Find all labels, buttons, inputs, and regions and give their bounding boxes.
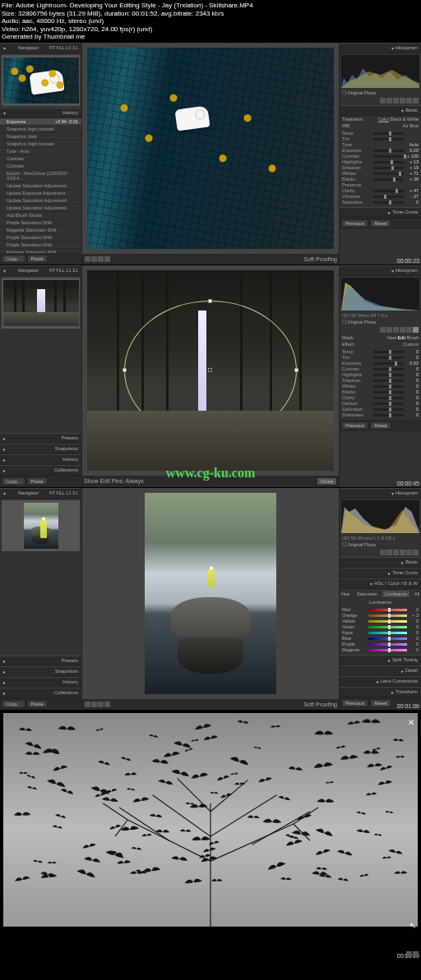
slider-whites[interactable]: Whites0 (342, 384, 419, 389)
copy-button[interactable]: Copy... (2, 255, 25, 263)
basic-panel-header[interactable]: Basic (340, 105, 421, 116)
tone-curve-panel-header[interactable]: Tone Curve (340, 568, 421, 578)
hsl-purple[interactable]: Purple0 (342, 642, 419, 647)
history-row[interactable]: Contrast (0, 163, 81, 170)
mask-edit[interactable]: Edit (398, 335, 405, 340)
mask-brush[interactable]: Brush (407, 335, 419, 340)
history-row[interactable]: Tone - Auto (0, 148, 81, 155)
history-row[interactable]: Add Brush Stroke (0, 212, 81, 219)
histogram[interactable] (341, 278, 419, 311)
history-row-selected[interactable]: Exposure +0.94 -0.01 (0, 118, 81, 126)
original-photo-toggle[interactable]: ☐ Original Photo (340, 541, 421, 548)
split-toning-panel-header[interactable]: Split Toning (340, 655, 421, 665)
histogram-panel-header[interactable]: Histogram (340, 265, 421, 276)
previous-button[interactable]: Previous (341, 421, 368, 430)
hsl-aqua[interactable]: Aqua0 (342, 630, 419, 636)
history-panel-header[interactable]: History (0, 454, 81, 465)
transform-panel-header[interactable]: Transform (340, 687, 421, 697)
history-row[interactable]: Update Exposure Adjustment (0, 190, 81, 197)
slider-whites[interactable]: Whites+ 71 (342, 171, 419, 177)
snapshots-panel-header[interactable]: Snapshots (0, 444, 81, 454)
slider-shadows[interactable]: Shadows+ 19 (342, 165, 419, 171)
hsl-tab-lum[interactable]: Luminance (382, 591, 409, 597)
fullscreen-image[interactable] (3, 713, 418, 927)
presets-panel-header[interactable]: Presets (0, 656, 81, 666)
main-image[interactable] (87, 493, 334, 694)
navigator-zoom-modes[interactable]: FIT FILL 1:1 3:1 (49, 45, 78, 51)
history-row[interactable]: Snapshot: high contrast (0, 140, 81, 148)
basic-panel-header[interactable]: Basic (340, 557, 421, 568)
collections-panel-header[interactable]: Collections (0, 465, 81, 476)
slider-presence[interactable]: Presence (342, 182, 419, 188)
history-row[interactable]: Snapshot: high contrast (0, 126, 81, 133)
slider-sharpness[interactable]: Sharpness0 (342, 412, 419, 418)
snapshots-panel-header[interactable]: Snapshots (0, 666, 81, 677)
treatment-bw[interactable]: Black & White (391, 117, 419, 122)
tool-strip[interactable] (340, 325, 421, 334)
navigator-zoom-modes[interactable]: FIT FILL 1:1 3:1 (49, 268, 78, 274)
history-row[interactable]: Update Saturation Adjustment (0, 197, 81, 205)
histogram-panel-header[interactable]: Histogram (340, 43, 421, 53)
slider-blacks[interactable]: Blacks0 (342, 389, 419, 395)
view-mode-icons[interactable] (84, 701, 111, 708)
slider-shadows[interactable]: Shadows0 (342, 378, 419, 384)
history-panel-header[interactable]: History (0, 108, 81, 118)
histogram-panel-header[interactable]: Histogram (340, 488, 421, 499)
history-row[interactable]: Purple Saturation Shift (0, 242, 81, 249)
main-image[interactable] (87, 270, 334, 471)
lens-corrections-panel-header[interactable]: Lens Corrections (340, 676, 421, 687)
histogram[interactable] (341, 500, 419, 533)
close-button[interactable]: Close (317, 477, 337, 485)
slider-highlights[interactable]: Highlights0 (342, 372, 419, 378)
slider-temp[interactable]: Temp0 (342, 349, 419, 355)
presets-panel-header[interactable]: Presets (0, 433, 81, 444)
reset-button[interactable]: Reset (370, 421, 391, 430)
slider-vibrance[interactable]: Vibrance- 27 (342, 194, 419, 200)
previous-button[interactable]: Previous (341, 219, 368, 228)
slider-saturation[interactable]: Saturation0 (342, 200, 419, 205)
mask-new[interactable]: New (387, 335, 396, 340)
slider-dehaze[interactable]: Dehaze0 (342, 401, 419, 407)
soft-proofing-toggle[interactable]: Soft Proofing (304, 702, 337, 707)
soft-proofing-toggle[interactable]: Soft Proofing (304, 256, 337, 262)
slider-saturation[interactable]: Saturation0 (342, 407, 419, 412)
history-row[interactable]: Purple Saturation Shift (0, 219, 81, 227)
treatment-color[interactable]: Color (378, 117, 389, 122)
navigator-panel-header[interactable]: Navigator FIT FILL 1:1 3:1 (0, 488, 81, 499)
hsl-tab-all[interactable]: All (412, 591, 421, 597)
slider-tint[interactable]: Tint0 (342, 355, 419, 361)
wb-dropdown[interactable]: As Shot (403, 123, 419, 128)
reset-button[interactable]: Reset (370, 219, 391, 228)
original-photo-toggle[interactable]: ☐ Original Photo (340, 319, 421, 325)
history-row[interactable]: Contrast (0, 155, 81, 163)
main-image[interactable] (87, 48, 334, 249)
hsl-orange[interactable]: Orange+ 3 (342, 613, 419, 619)
slider-blacks[interactable]: Blacks+ 29 (342, 177, 419, 182)
history-row[interactable]: Update Saturation Adjustment (0, 205, 81, 212)
histogram[interactable] (341, 55, 419, 88)
effect-dropdown[interactable]: Custom (403, 342, 419, 347)
history-row[interactable]: Purple Saturation Shift (0, 234, 81, 242)
slider-contrast[interactable]: Contrast+ 100 (342, 154, 419, 159)
fullscreen-controls[interactable] (405, 950, 419, 958)
tone-curve-panel-header[interactable]: Tone Curve (340, 207, 421, 218)
copy-button[interactable]: Copy... (2, 477, 25, 485)
navigator-thumbnail[interactable] (2, 55, 80, 106)
navigator-panel-header[interactable]: Navigator FIT FILL 1:1 3:1 (0, 265, 81, 276)
hsl-magenta[interactable]: Magenta0 (342, 647, 419, 653)
reset-button[interactable]: Reset (370, 699, 391, 707)
hsl-panel-header[interactable]: HSL / Color / B & W (340, 578, 421, 589)
navigator-thumbnail[interactable] (2, 500, 80, 551)
history-row[interactable]: Update Saturation Adjustment (0, 182, 81, 190)
tool-strip[interactable] (340, 96, 421, 105)
navigator-panel-header[interactable]: Navigator FIT FILL 1:1 3:1 (0, 43, 81, 53)
previous-button[interactable]: Previous (341, 699, 368, 707)
close-icon[interactable]: ✕ (408, 718, 414, 727)
slider-tone[interactable]: ToneAuto (342, 142, 419, 148)
hsl-green[interactable]: Green0 (342, 624, 419, 630)
slider-exposure[interactable]: Exposure0.00 (342, 148, 419, 154)
paste-button[interactable]: Paste (27, 700, 48, 708)
navigator-zoom-modes[interactable]: FIT FILL 1:1 3:1 (49, 490, 78, 496)
copy-button[interactable]: Copy... (2, 700, 25, 708)
collections-panel-header[interactable]: Collections (0, 688, 81, 698)
